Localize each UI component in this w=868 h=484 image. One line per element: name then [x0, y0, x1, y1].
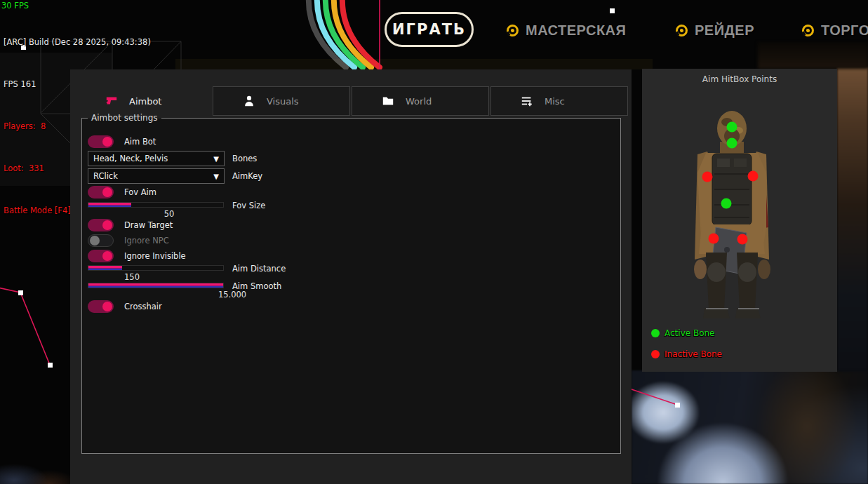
- hitbox-point-right-leg[interactable]: [737, 234, 748, 245]
- bullseye-icon: [674, 22, 690, 39]
- slider-fill: [88, 203, 131, 207]
- tab-visuals[interactable]: Visuals: [213, 86, 350, 116]
- aimkey-label: AimKey: [232, 171, 262, 181]
- toggle-knob: [90, 236, 100, 246]
- hitbox-point-left-leg[interactable]: [709, 234, 719, 244]
- tab-label: World: [406, 96, 432, 107]
- aim-smooth-row: Aim Smooth 15.000: [88, 283, 326, 301]
- ignore-invisible-row: Ignore Invisible: [88, 250, 186, 262]
- bullseye-icon: [505, 22, 521, 39]
- fov-aim-row: Fov Aim: [88, 186, 156, 199]
- aim-smooth-slider[interactable]: [88, 283, 224, 288]
- legend-active-bone: Active Bone: [651, 328, 715, 338]
- crosshair-toggle[interactable]: [88, 300, 114, 313]
- toggle-knob: [102, 302, 112, 311]
- aimbot-settings-group: Aimbot settings Aim Bot Head, Neck, Pelv…: [81, 118, 621, 454]
- draw-target-label: Draw Target: [124, 220, 173, 230]
- chevron-down-icon: ▼: [213, 173, 219, 180]
- aim-bot-row: Aim Bot: [88, 135, 156, 148]
- hitbox-preview-panel: Aim HitBox Points: [642, 69, 837, 372]
- slider-fill: [88, 283, 223, 288]
- esp-node-marker: [48, 363, 53, 368]
- aim-distance-slider[interactable]: [88, 265, 224, 271]
- legend-label: Active Bone: [665, 328, 715, 338]
- esp-node-marker: [675, 403, 680, 408]
- toggle-knob: [102, 251, 112, 261]
- screen: 30 FPS [ARC] Build (Dec 28 2025, 09:43:3…: [0, 0, 868, 484]
- inactive-bone-dot: [651, 350, 660, 358]
- tab-aimbot[interactable]: Aimbot: [81, 86, 212, 116]
- tab-misc[interactable]: Misc: [490, 86, 628, 116]
- legend-inactive-bone: Inactive Bone: [651, 349, 722, 359]
- nav-label: МАСТЕРСКАЯ: [526, 22, 626, 39]
- legend-label: Inactive Bone: [665, 349, 722, 359]
- tab-label: Aimbot: [129, 96, 161, 107]
- person-icon: [243, 95, 255, 107]
- aim-smooth-value: 15.000: [213, 290, 252, 300]
- tab-label: Misc: [545, 96, 565, 107]
- aim-bot-label: Aim Bot: [124, 137, 156, 147]
- aim-distance-value: 150: [112, 272, 152, 282]
- aimkey-value: RClick: [93, 171, 118, 181]
- bones-value: Head, Neck, Pelvis: [93, 154, 168, 163]
- toggle-knob: [102, 187, 112, 197]
- hitbox-points: [642, 69, 837, 372]
- aim-distance-row: Aim Distance 150: [88, 265, 326, 283]
- crosshair-row: Crosshair: [88, 300, 162, 313]
- hitbox-point-left-arm[interactable]: [702, 172, 713, 182]
- playlist-add-icon: [521, 95, 533, 107]
- ignore-npc-toggle[interactable]: [88, 234, 114, 247]
- toggle-knob: [102, 220, 112, 230]
- fov-size-slider[interactable]: [88, 202, 224, 208]
- active-bone-dot: [651, 329, 660, 337]
- fov-aim-label: Fov Aim: [124, 187, 156, 197]
- nav-item-trader[interactable]: ТОРГО: [802, 20, 868, 40]
- toggle-knob: [102, 137, 112, 147]
- esp-node-marker: [610, 8, 615, 13]
- fov-size-label: Fov Size: [232, 201, 265, 210]
- fov-size-row: Fov Size 50: [88, 202, 326, 220]
- tab-world[interactable]: World: [352, 86, 489, 116]
- folder-icon: [382, 95, 394, 107]
- crosshair-label: Crosshair: [124, 302, 162, 311]
- bullseye-icon: [800, 22, 816, 39]
- pistol-icon: [105, 95, 118, 107]
- cheat-menu-panel: Aimbot Visuals World Misc: [70, 69, 632, 484]
- aimkey-dropdown[interactable]: RClick ▼: [88, 168, 225, 184]
- esp-node-marker: [18, 290, 23, 295]
- hitbox-point-pelvis[interactable]: [721, 199, 732, 209]
- aim-bot-toggle[interactable]: [88, 135, 114, 148]
- ignore-invisible-label: Ignore Invisible: [124, 251, 186, 261]
- bones-dropdown[interactable]: Head, Neck, Pelvis ▼: [88, 151, 225, 166]
- nav-item-raider[interactable]: РЕЙДЕР: [676, 20, 754, 40]
- nav-label: РЕЙДЕР: [695, 22, 754, 39]
- nav-label: ТОРГО: [821, 22, 868, 39]
- draw-target-row: Draw Target: [88, 219, 173, 231]
- play-button[interactable]: ИГРАТЬ: [385, 12, 474, 47]
- fov-size-value: 50: [149, 209, 189, 219]
- nav-item-workshop[interactable]: МАСТЕРСКАЯ: [507, 20, 626, 40]
- hitbox-point-head[interactable]: [727, 122, 737, 133]
- tab-label: Visuals: [267, 96, 299, 107]
- hitbox-point-neck[interactable]: [727, 138, 737, 149]
- ignore-invisible-toggle[interactable]: [88, 250, 114, 262]
- bones-label: Bones: [232, 154, 257, 163]
- build-info: [ARC] Build (Dec 28 2025, 09:43:38): [4, 35, 151, 49]
- group-title: Aimbot settings: [88, 113, 161, 123]
- fov-aim-toggle[interactable]: [88, 186, 114, 199]
- ignore-npc-label: Ignore NPC: [124, 236, 169, 246]
- chevron-down-icon: ▼: [213, 155, 219, 163]
- hitbox-point-right-arm[interactable]: [748, 171, 759, 182]
- ignore-npc-row: Ignore NPC: [88, 234, 169, 247]
- draw-target-toggle[interactable]: [88, 219, 114, 231]
- aim-distance-label: Aim Distance: [232, 264, 286, 274]
- slider-fill: [88, 266, 122, 270]
